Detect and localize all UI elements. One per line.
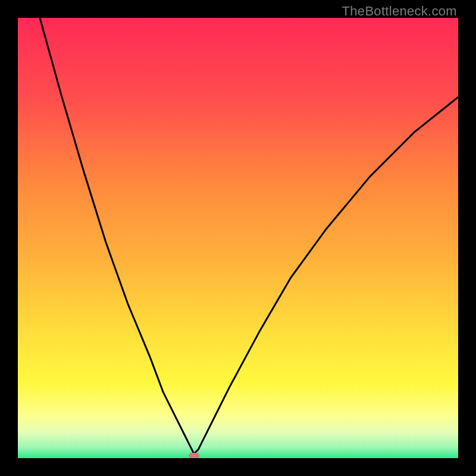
bottleneck-curve [18, 18, 458, 458]
chart-frame: TheBottleneck.com [0, 0, 476, 476]
optimum-marker [189, 453, 199, 458]
watermark-text: TheBottleneck.com [342, 4, 457, 19]
plot-area [18, 18, 458, 458]
